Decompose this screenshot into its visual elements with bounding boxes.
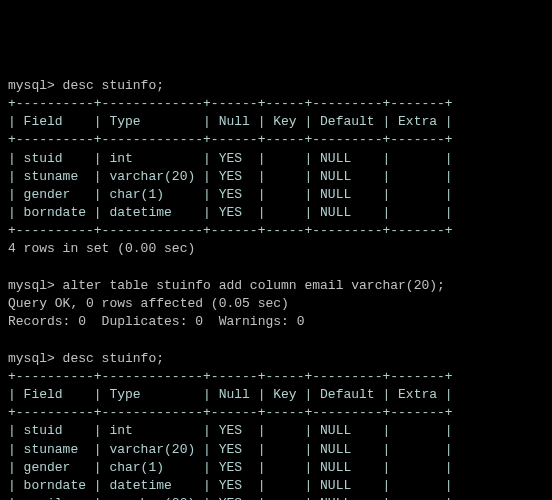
table-border: +----------+-------------+------+-----+-…	[8, 95, 544, 113]
sql-command: desc stuinfo;	[63, 351, 164, 366]
table-row: | stuid | int | YES | | NULL | |	[8, 422, 544, 440]
table-border: +----------+-------------+------+-----+-…	[8, 404, 544, 422]
table-row: | gender | char(1) | YES | | NULL | |	[8, 459, 544, 477]
table-border: +----------+-------------+------+-----+-…	[8, 368, 544, 386]
query-result: Query OK, 0 rows affected (0.05 sec)	[8, 295, 544, 313]
sql-command: alter table stuinfo add column email var…	[63, 278, 445, 293]
terminal-output: mysql> desc stuinfo;+----------+--------…	[8, 77, 544, 500]
prompt-line[interactable]: mysql> desc stuinfo;	[8, 77, 544, 95]
table-row: | gender | char(1) | YES | | NULL | |	[8, 186, 544, 204]
table-row: | stuname | varchar(20) | YES | | NULL |…	[8, 168, 544, 186]
sql-command: desc stuinfo;	[63, 78, 164, 93]
blank-line	[8, 259, 544, 277]
prompt-line[interactable]: mysql> alter table stuinfo add column em…	[8, 277, 544, 295]
table-header-row: | Field | Type | Null | Key | Default | …	[8, 113, 544, 131]
blank-line	[8, 331, 544, 349]
table-row: | borndate | datetime | YES | | NULL | |	[8, 477, 544, 495]
table-row: | email | varchar(20) | YES | | NULL | |	[8, 495, 544, 500]
prompt-line[interactable]: mysql> desc stuinfo;	[8, 350, 544, 368]
table-border: +----------+-------------+------+-----+-…	[8, 222, 544, 240]
query-result: Records: 0 Duplicates: 0 Warnings: 0	[8, 313, 544, 331]
result-summary: 4 rows in set (0.00 sec)	[8, 240, 544, 258]
table-border: +----------+-------------+------+-----+-…	[8, 131, 544, 149]
table-row: | stuid | int | YES | | NULL | |	[8, 150, 544, 168]
table-row: | stuname | varchar(20) | YES | | NULL |…	[8, 441, 544, 459]
table-row: | borndate | datetime | YES | | NULL | |	[8, 204, 544, 222]
table-header-row: | Field | Type | Null | Key | Default | …	[8, 386, 544, 404]
